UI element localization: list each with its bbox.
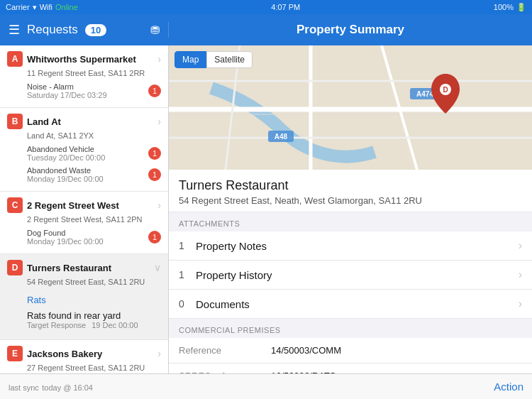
sub-item-b1: Abandoned Vehicle Tuesday 20/Dec 00:00 1	[7, 143, 161, 164]
list-item-header-a: A Whitworths Supermarket ›	[7, 51, 161, 67]
list-item-e[interactable]: E Jacksons Bakery › 27 Regent Street Eas…	[0, 340, 168, 373]
attachment-row-history[interactable]: 1 Property History ›	[169, 261, 532, 290]
list-item-header-c: C 2 Regent Street West ›	[7, 197, 161, 213]
list-item-header-b: B Land At ›	[7, 114, 161, 129]
sub-item-badge-a1: 1	[148, 84, 161, 97]
sub-item-c1: Dog Found Monday 19/Dec 00:00 1	[7, 226, 161, 248]
detail-label-reference: Reference	[179, 345, 271, 356]
commercial-header: COMMERCIAL PREMISES	[169, 319, 532, 338]
item-name-a: Whitworths Supermarket	[27, 54, 153, 65]
carrier-text: Carrier	[6, 3, 30, 11]
list-item-header-e: E Jacksons Bakery ›	[7, 346, 161, 361]
requests-badge: 10	[85, 24, 106, 36]
att-name-docs: Documents	[196, 298, 519, 310]
sync-time: today @ 16:04	[42, 383, 93, 392]
svg-text:A474: A474	[416, 90, 433, 98]
sync-bar: last sync today @ 16:04 Action	[0, 373, 532, 399]
sub-item-text-c1: Dog Found	[27, 229, 104, 237]
requests-title: Requests	[27, 23, 78, 37]
badge-e: E	[7, 346, 23, 361]
sub-item-a1: Noise - Alarm Saturday 17/Dec 03:29 1	[7, 80, 161, 102]
list-item-d[interactable]: D Turners Restaurant ∨ 54 Regent Street …	[0, 254, 168, 340]
time-display: 4:07 PM	[271, 3, 300, 11]
hamburger-icon[interactable]: ☰	[9, 22, 20, 38]
chevron-e: ›	[157, 348, 161, 359]
attachments-header: ATTACHMENTS	[169, 212, 532, 231]
detail-label-srrec: SRREC reference	[179, 371, 271, 373]
property-address: 54 Regent Street East, Neath, West Glamo…	[179, 195, 522, 206]
map-controls: Map Satellite	[174, 51, 253, 68]
sub-item-text-a1: Noise - Alarm	[27, 82, 107, 91]
badge-a: A	[7, 51, 23, 67]
page-title: Property Summary	[297, 23, 404, 37]
att-chevron-notes: ›	[519, 239, 522, 252]
chevron-d: ∨	[154, 262, 161, 273]
nav-left: ☰ Requests 10 ⛃	[0, 22, 169, 38]
property-name: Turners Restaurant	[179, 178, 522, 193]
battery-icon: 🔋	[516, 3, 526, 12]
item-address-a: 11 Regent Street East, SA11 2RR	[7, 69, 161, 77]
filter-icon[interactable]: ⛃	[150, 23, 160, 37]
rats-meta: Target Response 19 Dec 00:00	[27, 321, 154, 329]
property-info: Turners Restaurant 54 Regent Street East…	[169, 170, 532, 212]
item-name-d: Turners Restaurant	[27, 263, 150, 273]
rats-item: Rats found in rear yard Target Response …	[7, 309, 161, 334]
status-right: 100% 🔋	[494, 3, 526, 12]
badge-c: C	[7, 197, 23, 213]
attachments-table: 1 Property Notes › 1 Property History › …	[169, 231, 532, 319]
badge-b: B	[7, 114, 23, 129]
detail-value-reference: 14/50003/COMM	[271, 345, 522, 356]
item-name-b: Land At	[27, 116, 153, 127]
wifi-label: Wifi	[40, 3, 52, 11]
list-item-b[interactable]: B Land At › Land At, SA11 2YX Abandoned …	[0, 108, 168, 192]
wifi-icon: ▾	[33, 3, 37, 12]
action-button[interactable]: Action	[494, 381, 523, 393]
svg-text:A48: A48	[275, 133, 288, 141]
chevron-a: ›	[157, 53, 161, 65]
satellite-button[interactable]: Satellite	[206, 51, 253, 68]
sync-last-label: last sync	[9, 383, 39, 392]
list-item-header-d: D Turners Restaurant ∨	[7, 260, 161, 275]
item-address-c: 2 Regent Street West, SA11 2PN	[7, 215, 161, 224]
att-count-docs: 0	[179, 298, 196, 310]
detail-row-reference: Reference 14/50003/COMM	[169, 338, 532, 364]
sub-item-date-a1: Saturday 17/Dec 03:29	[27, 91, 107, 99]
item-address-e: 27 Regent Street East, SA11 2RU	[7, 364, 161, 372]
sub-item-b2: Abandoned Waste Monday 19/Dec 00:00 1	[7, 164, 161, 185]
detail-row-srrec: SRREC reference 16/50006/RATS	[169, 364, 532, 373]
status-bar: Carrier ▾ Wifi Online 4:07 PM 100% 🔋	[0, 0, 532, 14]
rats-section: Rats	[7, 289, 161, 309]
item-name-c: 2 Regent Street West	[27, 200, 153, 211]
att-chevron-docs: ›	[519, 297, 522, 310]
sub-item-date-b1: Tuesday 20/Dec 00:00	[27, 153, 105, 162]
online-status: Online	[55, 3, 78, 11]
map-button[interactable]: Map	[174, 51, 206, 68]
list-item-a[interactable]: A Whitworths Supermarket › 11 Regent Str…	[0, 45, 168, 108]
item-address-b: Land At, SA11 2YX	[7, 131, 161, 140]
nav-bar: ☰ Requests 10 ⛃ Property Summary	[0, 14, 532, 45]
attachment-row-notes[interactable]: 1 Property Notes ›	[169, 231, 532, 261]
sub-item-text-b1: Abandoned Vehicle	[27, 145, 105, 153]
sub-item-badge-b1: 1	[148, 147, 161, 160]
right-panel: Map Satellite A474	[169, 45, 532, 373]
rats-date: 19 Dec 00:00	[92, 321, 138, 329]
list-item-c[interactable]: C 2 Regent Street West › 2 Regent Street…	[0, 192, 168, 254]
main-layout: A Whitworths Supermarket › 11 Regent Str…	[0, 45, 532, 373]
rats-link[interactable]: Rats	[27, 295, 46, 305]
detail-value-srrec: 16/50006/RATS	[271, 371, 522, 373]
sync-info: last sync today @ 16:04	[9, 381, 93, 393]
attachment-row-docs[interactable]: 0 Documents ›	[169, 290, 532, 319]
sub-item-badge-c1: 1	[148, 231, 161, 244]
chevron-c: ›	[157, 200, 161, 211]
sub-item-date-c1: Monday 19/Dec 00:00	[27, 237, 104, 246]
chevron-b: ›	[157, 116, 161, 127]
rats-title: Rats found in rear yard	[27, 310, 154, 321]
att-name-history: Property History	[196, 269, 519, 281]
left-panel: A Whitworths Supermarket › 11 Regent Str…	[0, 45, 169, 373]
badge-d: D	[7, 260, 23, 275]
item-address-d: 54 Regent Street East, SA11 2RU	[7, 278, 161, 286]
rats-target-label: Target Response	[27, 321, 86, 329]
map-container: Map Satellite A474	[169, 45, 532, 170]
commercial-table: Reference 14/50003/COMM SRREC reference …	[169, 338, 532, 373]
att-chevron-history: ›	[519, 268, 522, 281]
